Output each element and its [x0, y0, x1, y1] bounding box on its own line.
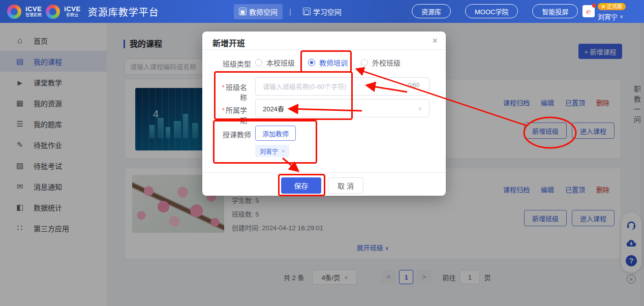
nav-separator: |: [289, 8, 291, 16]
class-name-input[interactable]: [255, 77, 430, 96]
teacher-label: 授课教师: [220, 129, 251, 139]
logo2-sub: 职教云: [67, 13, 79, 17]
resource-library-button[interactable]: 资源库: [412, 4, 451, 18]
modal-header: 新增开班 ×: [202, 32, 446, 50]
save-button[interactable]: 保存: [281, 177, 321, 194]
radio-icon: [255, 59, 262, 66]
medal-icon: [601, 5, 605, 9]
user-area[interactable]: 正式版 刘宵宁 ∨: [598, 2, 641, 21]
platform-title: 资源库教学平台: [88, 5, 159, 18]
brand-area: iCVE 智慧职教 iCVE 职教云 资源库教学平台: [7, 0, 159, 23]
teacher-space-icon: ▣: [239, 8, 247, 15]
term-value: 2024春: [263, 104, 284, 113]
mooc-academy-button[interactable]: MOOC学院: [465, 4, 518, 18]
smart-cast-button[interactable]: 智能投屏: [532, 4, 578, 18]
radio-icon: [361, 59, 368, 66]
required-asterisk: *: [222, 106, 225, 114]
nav-learning-space[interactable]: ▢ 学习空间: [298, 4, 347, 19]
add-class-modal: 新增开班 × 班级类型 本校班级 教师培训 外校班级 *班级名称 0/60 *所…: [202, 32, 446, 196]
icve-zhihuizhijiao-logo-icon: [7, 5, 21, 19]
app-header: iCVE 智慧职教 iCVE 职教云 资源库教学平台 ▣ 教师空间 | ▢ 学习…: [0, 0, 644, 23]
teacher-tag-name: 刘宵宁: [260, 147, 278, 156]
cancel-button[interactable]: 取 消: [328, 177, 363, 194]
version-badge: 正式版: [598, 3, 626, 10]
radio-label: 本校班级: [266, 57, 295, 68]
learning-space-icon: ▢: [303, 8, 311, 15]
modal-footer: 保存 取 消: [202, 172, 446, 196]
radio-label: 教师培训: [319, 57, 348, 68]
term-label: 所属学期: [226, 106, 247, 125]
term-select[interactable]: 2024春 ∨: [255, 99, 430, 117]
add-teacher-button[interactable]: 添加教师: [255, 126, 296, 141]
class-type-label: 班级类型: [220, 58, 251, 69]
radio-selected-icon: [308, 59, 315, 66]
radio-external-school-class[interactable]: 外校班级: [361, 57, 401, 68]
class-type-radio-group: 本校班级 教师培训 外校班级: [255, 57, 401, 68]
icve-logo2-text: iCVE 职教云: [64, 6, 80, 17]
user-menu[interactable]: 刘宵宁 ∨: [598, 12, 641, 21]
teacher-tag: 刘宵宁 ×: [255, 145, 289, 157]
char-counter: 0/60: [408, 82, 419, 89]
radio-teacher-training[interactable]: 教师培训: [308, 57, 348, 68]
logo1-name: iCVE: [25, 6, 42, 12]
required-asterisk: *: [222, 83, 225, 91]
nav-teacher-label: 教师空间: [249, 7, 278, 17]
radio-label: 外校班级: [372, 57, 401, 68]
chevron-down-icon: ∨: [620, 14, 623, 19]
nav-teacher-space[interactable]: ▣ 教师空间: [234, 4, 283, 19]
close-icon[interactable]: ×: [431, 35, 439, 46]
top-nav: ▣ 教师空间 | ▢ 学习空间: [234, 0, 347, 23]
icve-logo1-text: iCVE 智慧职教: [25, 6, 42, 17]
logo2-name: iCVE: [64, 6, 80, 12]
radio-own-school-class[interactable]: 本校班级: [255, 57, 295, 68]
class-name-label: 班级名称: [226, 83, 247, 102]
icve-app-icon[interactable]: ℮: [582, 5, 595, 17]
user-name: 刘宵宁: [598, 12, 618, 21]
header-pill-buttons: 资源库 MOOC学院 智能投屏: [412, 4, 578, 18]
version-badge-label: 正式版: [607, 4, 622, 9]
logo1-sub: 智慧职教: [25, 13, 42, 17]
remove-teacher-icon[interactable]: ×: [282, 148, 285, 154]
nav-learning-label: 学习空间: [313, 7, 342, 17]
modal-title: 新增开班: [212, 37, 245, 49]
chevron-down-icon: ∨: [418, 105, 422, 112]
icve-zhijiaoyun-logo-icon: [46, 5, 60, 19]
